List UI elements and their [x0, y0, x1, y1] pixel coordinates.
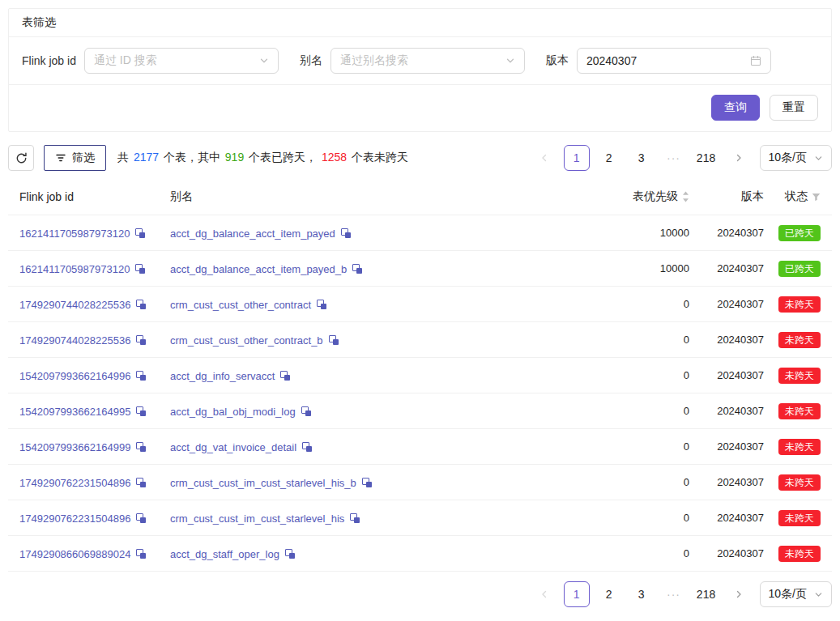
copy-icon[interactable]: [136, 300, 146, 309]
table-row: 1542097993662164999 acct_dg_vat_invoice_…: [8, 429, 832, 465]
alias-link[interactable]: crm_cust_cust_im_cust_starlevel_his_b: [170, 477, 356, 489]
copy-icon[interactable]: [362, 478, 372, 487]
version-label: 版本: [546, 53, 569, 68]
page-button-active[interactable]: 1: [564, 145, 590, 171]
flink-job-id-link[interactable]: 1749290866069889024: [19, 548, 130, 560]
flink-job-id-link[interactable]: 1542097993662164995: [19, 406, 130, 418]
alias-link[interactable]: acct_dg_info_servacct: [170, 370, 275, 382]
flink-job-id-link[interactable]: 1749290744028225536: [19, 334, 130, 347]
alias-link[interactable]: crm_cust_cust_other_contract: [170, 299, 311, 311]
page-size-value: 10条/页: [769, 151, 807, 165]
flink-job-id-link[interactable]: 1621411705987973120: [19, 263, 130, 275]
table-row: 1749290762231504896 crm_cust_cust_im_cus…: [8, 500, 832, 536]
page-ellipsis[interactable]: ···: [661, 145, 687, 171]
copy-icon[interactable]: [285, 549, 295, 559]
copy-icon[interactable]: [135, 264, 145, 274]
copy-icon[interactable]: [352, 264, 362, 274]
page-ellipsis[interactable]: ···: [661, 581, 687, 607]
table-header-row: Flink job id 别名 表优先级 版本 状态: [8, 179, 832, 215]
column-filter-icon[interactable]: [812, 193, 821, 202]
copy-icon[interactable]: [341, 228, 351, 238]
version-cell: 20240307: [689, 440, 764, 453]
alias-link[interactable]: acct_dg_balance_acct_item_payed_b: [170, 263, 347, 275]
alias-label: 别名: [300, 53, 322, 68]
version-cell: 20240307: [689, 405, 764, 417]
status-badge: 已跨天: [778, 261, 821, 277]
copy-icon[interactable]: [301, 406, 311, 416]
filter-card-title: 表筛选: [9, 9, 831, 37]
filter-card: 表筛选 Flink job id 通过 ID 搜索 别名 通过别名搜索 版本: [8, 8, 832, 132]
column-priority-header[interactable]: 表优先级: [584, 189, 689, 204]
copy-icon[interactable]: [136, 371, 146, 381]
alias-link[interactable]: acct_dg_bal_obj_modi_log: [170, 406, 296, 418]
page-button[interactable]: 2: [596, 581, 622, 607]
table-row: 1749290866069889024 acct_dg_staff_oper_l…: [8, 536, 832, 572]
summary-text-segment: 个表未跨天: [348, 151, 408, 164]
flink-job-id-select[interactable]: 通过 ID 搜索: [84, 48, 279, 74]
sort-icon[interactable]: [682, 191, 689, 202]
next-page-button[interactable]: [726, 145, 752, 171]
page-button[interactable]: 3: [629, 145, 655, 171]
filter-button[interactable]: 筛选: [44, 145, 106, 171]
copy-icon[interactable]: [317, 300, 326, 309]
priority-cell: 0: [584, 547, 689, 559]
page-size-select[interactable]: 10条/页: [760, 145, 832, 171]
flink-job-id-link[interactable]: 1749290762231504896: [19, 477, 130, 489]
flink-job-id-field: Flink job id 通过 ID 搜索: [22, 48, 279, 74]
refresh-button[interactable]: [8, 145, 34, 171]
copy-icon[interactable]: [136, 442, 146, 452]
flink-job-id-link[interactable]: 1749290762231504896: [19, 513, 130, 525]
copy-icon[interactable]: [329, 335, 339, 345]
priority-cell: 0: [584, 405, 689, 417]
alias-link[interactable]: acct_dg_balance_acct_item_payed: [170, 228, 335, 240]
copy-icon[interactable]: [136, 406, 146, 416]
page-button-active[interactable]: 1: [564, 581, 590, 607]
page-button[interactable]: 2: [596, 145, 622, 171]
copy-icon[interactable]: [136, 549, 146, 559]
chevron-down-icon: [505, 56, 515, 66]
version-cell: 20240307: [689, 298, 764, 310]
chevron-down-icon: [814, 154, 823, 163]
alias-field: 别名 通过别名搜索: [300, 48, 525, 74]
version-cell: 20240307: [689, 512, 764, 524]
page-size-value: 10条/页: [769, 587, 807, 602]
bottom-pagination-bar: 1 2 3 ··· 218 10条/页: [8, 581, 832, 615]
column-status-header[interactable]: 状态: [764, 189, 821, 204]
page-button[interactable]: 218: [693, 145, 719, 171]
copy-icon[interactable]: [280, 371, 290, 381]
flink-job-id-label: Flink job id: [22, 54, 76, 67]
copy-icon[interactable]: [136, 513, 146, 523]
copy-icon[interactable]: [135, 228, 145, 238]
priority-cell: 0: [584, 334, 689, 346]
alias-link[interactable]: acct_dg_vat_invoice_detail: [170, 441, 296, 453]
flink-job-id-link[interactable]: 1621411705987973120: [19, 228, 130, 240]
alias-link[interactable]: crm_cust_cust_other_contract_b: [170, 334, 323, 347]
prev-page-button[interactable]: [531, 145, 557, 171]
copy-icon[interactable]: [302, 442, 312, 452]
next-page-button[interactable]: [726, 581, 752, 607]
copy-icon[interactable]: [136, 478, 146, 487]
page-size-select[interactable]: 10条/页: [760, 581, 832, 607]
reset-button[interactable]: 重置: [770, 95, 818, 121]
version-cell: 20240307: [689, 227, 764, 239]
table-row: 1621411705987973120 acct_dg_balance_acct…: [8, 215, 832, 251]
version-date-input[interactable]: 20240307: [577, 48, 771, 74]
column-alias-header: 别名: [170, 189, 584, 204]
table-row: 1542097993662164995 acct_dg_bal_obj_modi…: [8, 393, 832, 429]
copy-icon[interactable]: [350, 513, 360, 523]
alias-link[interactable]: crm_cust_cust_im_cust_starlevel_his: [170, 513, 344, 525]
column-flink-job-id-header: Flink job id: [19, 190, 170, 203]
flink-job-id-link[interactable]: 1542097993662164999: [19, 441, 130, 453]
status-badge: 未跨天: [778, 403, 821, 419]
flink-job-id-link[interactable]: 1542097993662164996: [19, 370, 130, 382]
page-button[interactable]: 218: [693, 581, 719, 607]
flink-job-id-link[interactable]: 1749290744028225536: [19, 299, 130, 311]
alias-select[interactable]: 通过别名搜索: [330, 48, 525, 74]
status-badge: 已跨天: [778, 225, 821, 241]
version-cell: 20240307: [689, 334, 764, 346]
prev-page-button[interactable]: [531, 581, 557, 607]
copy-icon[interactable]: [136, 335, 146, 345]
query-button[interactable]: 查询: [711, 95, 760, 121]
page-button[interactable]: 3: [629, 581, 655, 607]
alias-link[interactable]: acct_dg_staff_oper_log: [170, 548, 279, 560]
